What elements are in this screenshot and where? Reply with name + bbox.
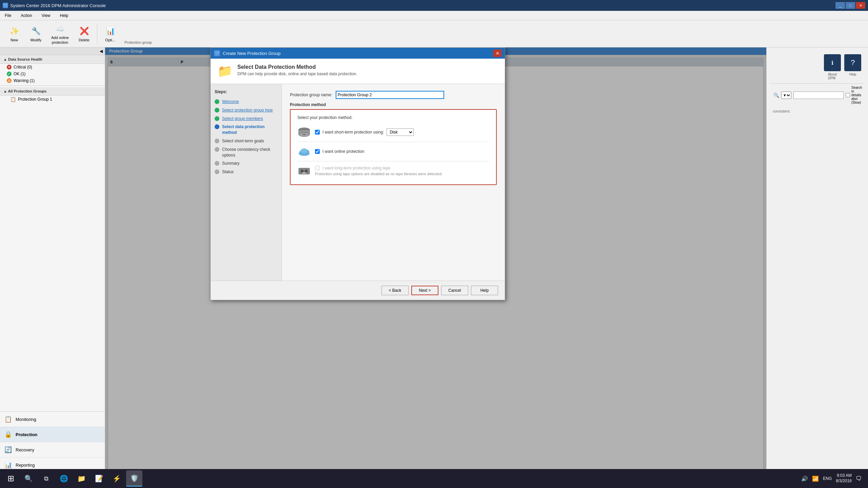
step-shortterm-text: Select short-term goals: [222, 138, 264, 144]
step-method-bullet: [215, 124, 219, 129]
taskbar-notes[interactable]: 📝: [91, 470, 107, 487]
svg-point-10: [305, 170, 308, 172]
tape-note: Protection using tape options are disabl…: [315, 172, 489, 176]
critical-label: Critical (0): [14, 65, 32, 69]
search-slow-label: Search in details also (Slow): [846, 86, 862, 104]
protection-groups-header: ▲ All Protection Groups: [0, 87, 105, 96]
online-protection-checkbox[interactable]: [315, 149, 320, 154]
step-method-text: Select data protection method: [222, 124, 277, 136]
step-welcome-text[interactable]: Welcome: [222, 99, 239, 105]
add-online-icon: ☁️: [54, 23, 66, 35]
dialog-title: Create New Protection Group: [223, 51, 281, 56]
step-welcome-bullet: [215, 99, 219, 104]
taskbar-ie[interactable]: 🌐: [56, 470, 72, 487]
toolbar-add-online-button[interactable]: ☁️ Add online protection: [47, 21, 73, 46]
step-select-method: Select data protection method: [215, 123, 277, 137]
sidebar: ◀ ▲ Data Source Health ✕ Critical (0) ✓ …: [0, 47, 105, 488]
dialog: 🛡 Create New Protection Group ✕ 📁 Select…: [210, 47, 505, 300]
toolbar-delete-button[interactable]: ❌ Delete: [74, 23, 94, 44]
tape-controls-col: I want long-term protection using tape P…: [315, 166, 489, 176]
toolbar-new-button[interactable]: ✨ New: [4, 23, 24, 44]
dialog-close-button[interactable]: ✕: [493, 49, 501, 57]
step-type-text[interactable]: Select protection group type: [222, 107, 273, 113]
step-members-bullet: [215, 116, 219, 121]
start-button[interactable]: ⊞: [3, 470, 19, 487]
sidebar-nav-monitoring[interactable]: 📋 Monitoring: [0, 412, 105, 427]
help-icon-area: ℹ AboutDPM ? Help: [770, 51, 865, 83]
taskbar-right: 🔊 📶 ENG 9:03 AM 8/3/2016 🗨: [801, 473, 865, 484]
step-summary-text: Summary: [222, 161, 239, 166]
search-input[interactable]: [793, 92, 844, 99]
online-option: I want online protection: [297, 143, 489, 160]
next-button[interactable]: Next >: [411, 286, 438, 295]
taskview-button[interactable]: ⧉: [38, 470, 54, 487]
step-select-members: Select group members: [215, 115, 277, 123]
dialog-overlay: 🛡 Create New Protection Group ✕ 📁 Select…: [105, 47, 766, 488]
toolbar-optimize-button[interactable]: 📊 Opti...: [100, 23, 120, 44]
app-icon: 🛡: [3, 3, 8, 8]
pg-name-input[interactable]: [336, 91, 444, 99]
menu-action[interactable]: Action: [19, 13, 34, 19]
about-button[interactable]: ℹ: [824, 54, 841, 71]
close-button[interactable]: ✕: [856, 2, 865, 9]
dialog-header: 📁 Select Data Protection Method DPM can …: [211, 59, 505, 84]
dialog-header-title: Select Data Protection Method: [237, 64, 357, 70]
sidebar-item-pg1[interactable]: 📋 Protection Group 1: [0, 96, 105, 103]
steps-label: Steps:: [215, 89, 277, 94]
sidebar-nav-recovery[interactable]: 🔄 Recovery: [0, 442, 105, 458]
toolbar-group-label: Protection group: [124, 40, 152, 46]
taskbar-search[interactable]: 🔍: [20, 470, 37, 487]
pm-description: Select your protection method.: [297, 115, 489, 120]
critical-icon: ✕: [7, 65, 12, 69]
tape-checkbox[interactable]: [315, 166, 320, 170]
taskbar-clock: 9:03 AM 8/3/2016: [836, 473, 852, 484]
sidebar-collapse-btn[interactable]: ◀: [0, 47, 105, 55]
toolbar: ✨ New 🔧 Modify ☁️ Add online protection …: [0, 20, 868, 47]
new-icon: ✨: [8, 25, 20, 37]
sidebar-nav-protection[interactable]: 🔒 Protection: [0, 427, 105, 442]
dialog-title-icon: 🛡: [214, 50, 220, 56]
step-status-bullet: [215, 169, 219, 174]
cancel-button[interactable]: Cancel: [441, 286, 468, 295]
title-bar-controls: _ □ ✕: [835, 2, 865, 9]
step-status: Status: [215, 168, 277, 176]
search-slow-checkbox[interactable]: [846, 93, 850, 97]
short-term-dropdown[interactable]: Disk Tape: [387, 128, 414, 136]
menu-file[interactable]: File: [3, 13, 13, 19]
menu-view[interactable]: View: [40, 13, 53, 19]
step-welcome: Welcome: [215, 98, 277, 106]
recovery-label: Recovery: [16, 447, 34, 452]
step-members-text[interactable]: Select group members: [222, 116, 263, 122]
short-term-checkbox[interactable]: [315, 130, 320, 135]
protection-label: Protection: [16, 432, 37, 437]
add-online-label: Add online protection: [51, 36, 69, 44]
minimize-button[interactable]: _: [835, 2, 845, 9]
pg-name-label: Protection group name:: [290, 93, 332, 97]
taskbar-explorer[interactable]: 📁: [73, 470, 90, 487]
taskbar-terminal[interactable]: ⚡: [108, 470, 125, 487]
toolbar-modify-button[interactable]: 🔧 Modify: [26, 23, 46, 44]
step-summary: Summary: [215, 159, 277, 168]
app-title: System Center 2016 DPM Administrator Con…: [10, 3, 106, 8]
sidebar-item-critical[interactable]: ✕ Critical (0): [0, 64, 105, 70]
sidebar-divider1: [0, 85, 105, 86]
taskbar-dpm[interactable]: 🛡️: [126, 470, 142, 487]
monitoring-label: Monitoring: [16, 417, 36, 422]
help-button[interactable]: Help: [471, 286, 498, 295]
menu-help[interactable]: Help: [58, 13, 71, 19]
taskbar-network-icon: 📶: [812, 475, 819, 482]
taskbar-notification-icon[interactable]: 🗨: [856, 475, 862, 482]
recovery-icon: 🔄: [4, 446, 12, 454]
help-panel-button[interactable]: ?: [844, 54, 861, 71]
sidebar-item-warning[interactable]: ⚠ Warning (1): [0, 77, 105, 84]
back-button[interactable]: < Back: [381, 286, 409, 295]
search-type-dropdown[interactable]: ▼: [781, 92, 791, 99]
sidebar-item-ok[interactable]: ✓ OK (1): [0, 70, 105, 77]
svg-point-9: [301, 170, 303, 172]
restore-button[interactable]: □: [846, 2, 855, 9]
pg1-label: Protection Group 1: [18, 97, 52, 102]
step-consistency-text: Choose consistency check options: [222, 147, 277, 158]
taskbar: ⊞ 🔍 ⧉ 🌐 📁 📝 ⚡ 🛡️ 🔊 📶 ENG 9:03 AM 8/3/201…: [0, 469, 868, 488]
tape-label: I want long-term protection using tape: [322, 166, 391, 170]
reporting-label: Reporting: [16, 463, 35, 468]
